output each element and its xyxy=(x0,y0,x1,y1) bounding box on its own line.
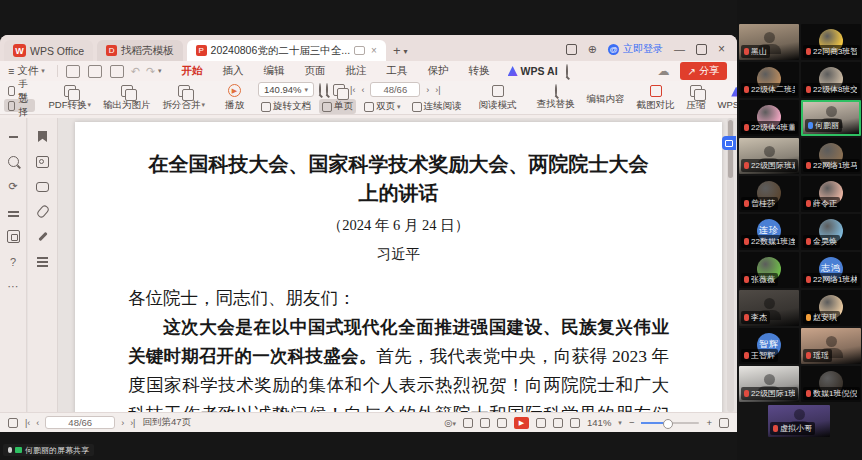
participant-tile[interactable]: 连珍22数媒1班连珍 xyxy=(739,214,799,250)
first-page-icon[interactable]: |‹ xyxy=(350,85,355,95)
sidebar-toggle-icon[interactable] xyxy=(8,418,18,428)
cloud-sync-icon[interactable]: ☁ xyxy=(658,64,670,78)
minimize-button[interactable]: — xyxy=(674,43,685,55)
quickbar-caret-icon[interactable]: ▾ xyxy=(158,67,162,75)
more-icon[interactable]: ⋯ xyxy=(7,280,20,293)
close-tab-icon[interactable]: × xyxy=(371,45,377,56)
fullscreen-icon[interactable] xyxy=(719,418,729,428)
tab-list-caret-icon[interactable]: ▾ xyxy=(403,47,407,56)
page-number-box[interactable]: 48/66 xyxy=(370,82,420,97)
participant-tile[interactable]: 瑶瑶 xyxy=(801,328,861,364)
zoom-in-button[interactable]: + xyxy=(706,417,712,428)
back-to-page-link[interactable]: 回到第47页 xyxy=(142,416,191,429)
new-tab-button[interactable]: + xyxy=(393,43,401,58)
translate-icon[interactable]: ⟳ xyxy=(7,180,20,193)
tab-wps-home[interactable]: W WPS Office xyxy=(4,40,93,61)
participant-tile[interactable]: 黑山 xyxy=(739,24,799,60)
close-window-button[interactable]: × xyxy=(718,42,725,56)
autoscroll-icon[interactable]: ◎▾ xyxy=(444,417,456,428)
ribbon-button-截图对比[interactable]: 截图对比 xyxy=(631,85,681,112)
view-chip-旋转文档[interactable]: 旋转文档 xyxy=(258,99,314,114)
view-chip-双页[interactable]: 双页▾ xyxy=(361,99,404,114)
fit-width-icon[interactable] xyxy=(553,418,563,428)
search-menu-icon[interactable] xyxy=(566,65,568,77)
menu-tab-3[interactable]: 页面 xyxy=(295,62,336,80)
file-menu[interactable]: ≡ 文件 ▾ xyxy=(0,64,53,78)
single-page-icon[interactable] xyxy=(480,418,490,428)
participant-tile[interactable]: 22网络1班马思琪 xyxy=(801,138,861,174)
tab-document[interactable]: P 20240806党的二十届三中全... × xyxy=(187,40,386,61)
globe-icon[interactable]: ⊕ xyxy=(588,45,597,54)
participant-tile[interactable]: 22级体4班董翌 xyxy=(739,100,799,136)
save-icon[interactable] xyxy=(88,65,102,78)
sliders-icon[interactable] xyxy=(7,205,20,218)
last-page-icon[interactable]: ›| xyxy=(130,418,135,428)
fit-page-icon[interactable] xyxy=(536,418,546,428)
pen-icon[interactable] xyxy=(36,230,49,243)
screen-share-pill[interactable]: 何鹏丽的屏幕共享 xyxy=(3,444,94,456)
participant-tile[interactable]: 虚拟小哥 xyxy=(768,405,830,437)
view-chip-连续阅读[interactable]: 连续阅读 xyxy=(409,99,465,114)
wps-assistant-bubble-icon[interactable] xyxy=(722,136,736,150)
restore-button[interactable] xyxy=(696,44,707,55)
first-page-icon[interactable]: |‹ xyxy=(25,418,30,428)
wps-ai-menu[interactable]: WPS AI xyxy=(508,65,558,77)
attachment-icon[interactable] xyxy=(36,205,49,218)
login-button[interactable]: @ 立即登录 xyxy=(608,42,663,56)
select-tool-button[interactable]: 选择 xyxy=(4,99,35,112)
menu-tab-4[interactable]: 批注 xyxy=(336,62,377,80)
ribbon-button-压缩[interactable]: 压缩 xyxy=(681,85,712,112)
participant-tile[interactable]: 数媒1班倪倪 xyxy=(801,366,861,402)
play-button[interactable]: ▶ 播放 xyxy=(219,83,250,113)
share-button[interactable]: ↗ 分享 xyxy=(680,62,727,80)
collapse-icon[interactable] xyxy=(7,130,20,143)
menu-tab-1[interactable]: 插入 xyxy=(213,62,254,80)
zoom-in-icon[interactable] xyxy=(326,84,328,95)
menu-tab-7[interactable]: 转换 xyxy=(459,62,500,80)
participant-tile[interactable]: 22级体8班交聊 xyxy=(801,62,861,98)
next-page-icon[interactable]: › xyxy=(426,85,429,95)
layout-switch-icon[interactable] xyxy=(566,44,577,55)
zoom-caret-icon[interactable]: ▾ xyxy=(618,419,622,427)
ribbon-button-输出为图片[interactable]: 输出为图片 xyxy=(97,85,157,112)
zoom-slider[interactable] xyxy=(641,422,699,424)
layers-icon[interactable] xyxy=(36,255,49,268)
zoom-combo[interactable]: 140.94%▾ xyxy=(258,82,314,97)
continuous-read-icon[interactable] xyxy=(463,418,473,428)
zoom-slider-knob[interactable] xyxy=(663,419,673,429)
pdf-page[interactable]: 在全国科技大会、国家科学技术奖励大会、两院院士大会 上的讲话 （2024 年 6… xyxy=(75,122,722,432)
menu-tab-2[interactable]: 编辑 xyxy=(254,62,295,80)
participant-tile[interactable]: 何鹏丽 xyxy=(801,100,861,136)
ribbon-button-PDF转换[interactable]: PDF转换▾ xyxy=(43,85,98,112)
ribbon-button-拆分合并[interactable]: 拆分合并▾ xyxy=(157,85,212,112)
read-mode-button[interactable]: 阅读模式 xyxy=(473,83,523,113)
play-slideshow-icon[interactable]: ▶ xyxy=(514,417,529,429)
menu-tab-6[interactable]: 保护 xyxy=(418,62,459,80)
vertical-scrollbar[interactable] xyxy=(727,118,734,412)
participant-tile[interactable]: 李杰 xyxy=(739,290,799,326)
image-icon[interactable] xyxy=(36,155,49,168)
menu-tab-0[interactable]: 开始 xyxy=(172,62,213,80)
search-icon[interactable] xyxy=(7,155,20,168)
help-icon[interactable]: ? xyxy=(7,255,20,268)
zoom-level[interactable]: 141% xyxy=(587,417,611,428)
view-chip-单页[interactable]: 单页 xyxy=(319,99,356,114)
print-icon[interactable] xyxy=(110,65,124,78)
tab-docer-templates[interactable]: D 找稻壳模板 xyxy=(97,40,183,61)
fit-window-icon[interactable] xyxy=(333,84,345,96)
open-folder-icon[interactable] xyxy=(66,65,80,78)
ribbon-button-编辑内容[interactable]: 编辑内容 xyxy=(581,91,631,106)
zoom-out-button[interactable]: − xyxy=(629,417,635,428)
page-number-box[interactable]: 48/66 xyxy=(45,416,115,429)
next-page-icon[interactable]: › xyxy=(121,418,124,428)
bookmark-icon[interactable] xyxy=(36,130,49,143)
participant-tile[interactable]: 赵安琪 xyxy=(801,290,861,326)
menu-tab-5[interactable]: 工具 xyxy=(377,62,418,80)
participant-tile[interactable]: 曾桂莎 xyxy=(739,176,799,212)
participant-tile[interactable]: 薛令正 xyxy=(801,176,861,212)
reader-icon[interactable] xyxy=(7,230,20,243)
ribbon-button-WPS AI[interactable]: WPS AI▾ xyxy=(712,87,737,110)
undo-icon[interactable]: ↶ xyxy=(131,65,140,78)
prev-page-icon[interactable]: ‹ xyxy=(36,418,39,428)
participant-tile[interactable]: 志鸿22网络1班林志鸿 xyxy=(801,252,861,288)
